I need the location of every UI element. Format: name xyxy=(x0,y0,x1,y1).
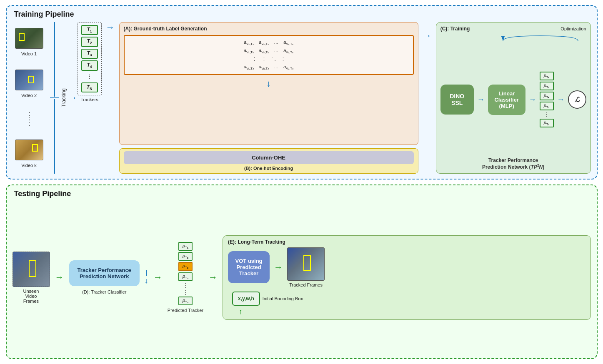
tracking-section: Tracking → T1 T2 T3 T4 ⋮ TN Trackers xyxy=(50,22,102,174)
pred-c-t4: pT₄ xyxy=(540,102,554,110)
matrix-box: aV₁,T₁ aV₂,T₁ … aVₖ,T₁ aV₁,T₂ aV₂,T₂ … a… xyxy=(124,35,414,75)
opt-arrow-svg xyxy=(495,34,586,42)
video-dots: ⋮⋮ xyxy=(25,111,33,126)
tppn-label-c: Tracker PerformancePrediction Network (T… xyxy=(440,157,586,170)
section-e: (E): Long-Term Tracking VOT usingPredict… xyxy=(223,235,590,320)
cell-22: ⋱ xyxy=(271,55,276,63)
optimization-label: Optimization xyxy=(560,26,586,31)
pred-c-tn: pTₙ xyxy=(540,119,554,127)
cell-13: aVₖ,T₂ xyxy=(283,47,293,55)
section-e-label: (E): Long-Term Tracking xyxy=(228,239,585,245)
unseen-bbox xyxy=(29,260,36,277)
tracker-t2: T2 xyxy=(81,37,98,47)
video1-thumb xyxy=(15,28,43,49)
section-e-content: VOT usingPredictedTracker → Tracked Fram… xyxy=(228,247,585,287)
pred-t-tn: pTₙ xyxy=(178,297,193,305)
arrow-pred-vot: → xyxy=(208,272,218,283)
cell-10: aV₁,T₂ xyxy=(244,47,254,55)
trackers-label: Trackers xyxy=(80,97,98,102)
opt-arrow-container xyxy=(440,34,586,42)
section-a: (A): Ground-truth Label Generation aV₁,T… xyxy=(119,22,418,145)
arrow-to-a: → xyxy=(106,22,115,174)
arrow-tppn-pred: → xyxy=(153,272,163,283)
tppn-classifier-section: Tracker PerformancePrediction Network (D… xyxy=(69,260,140,294)
video1-group: Video 1 xyxy=(15,28,43,56)
pred-c-t1: pT₁ xyxy=(540,72,554,80)
section-c-content: DINO SSL → Linear Classifier (MLP) → xyxy=(440,46,586,153)
pred-tracker-section: pT₁ pT₂ pT₃ pT₄ ⋮ ⋮ pTₙ Predicted Tracke… xyxy=(168,242,203,313)
pred-c-t3: pT₃ xyxy=(540,92,554,100)
pred-t-t4: pT₄ xyxy=(178,272,193,281)
arrow-pred-loss: → xyxy=(557,95,565,104)
dino-label: DINO xyxy=(448,93,466,100)
linear-label2: Classifier xyxy=(493,97,520,103)
tracking-arrow-group: Tracking → xyxy=(50,22,78,174)
pred-c-dots: ⋮ xyxy=(544,112,549,117)
tracked-bbox xyxy=(303,255,311,271)
arrow-dino-linear: → xyxy=(477,95,485,104)
trackers-box: T1 T2 T3 T4 ⋮ TN xyxy=(78,22,102,95)
linear-label3: (MLP) xyxy=(493,103,520,109)
cell-00: aV₁,T₁ xyxy=(244,38,254,47)
linear-box: Linear Classifier (MLP) xyxy=(488,85,525,115)
unseen-label: UnseenVideoFrames xyxy=(23,289,39,304)
section-b-label: (B): One-hot Encoding xyxy=(124,166,414,171)
videok-group: Video k xyxy=(15,140,43,168)
predictions-col-c: pT₁ pT₂ pT₃ pT₄ ⋮ pTₙ xyxy=(540,72,554,128)
initial-bbox-row: x,y,w,h Initial Bounding Box xyxy=(232,292,303,306)
videok-bbox xyxy=(32,144,38,152)
training-pipeline-title: Training Pipeline xyxy=(14,10,591,19)
cell-02: … xyxy=(274,38,278,47)
tppn-classifier-box: Tracker PerformancePrediction Network xyxy=(69,260,140,286)
pred-t-dots2: ⋮ xyxy=(183,289,188,295)
tracking-arrow-vert xyxy=(50,22,59,174)
matrix-row2: aV₁,T₂ aV₂,T₂ … aVₖ,T₂ xyxy=(129,47,409,55)
tracker-dots: ⋮ xyxy=(81,72,98,81)
tracking-arrow: → xyxy=(68,92,78,103)
pred-t-t2: pT₂ xyxy=(178,252,193,261)
loss-circle: ℒ xyxy=(568,90,586,109)
pred-c-t2: pT₂ xyxy=(540,82,554,90)
testing-pipeline-title: Testing Pipeline xyxy=(14,189,591,198)
cell-33: aVₖ,Tₙ xyxy=(283,63,293,71)
testing-pipeline: Testing Pipeline UnseenVideoFrames → Tra… xyxy=(6,184,598,359)
section-d-label: (D): Tracker Classifier xyxy=(82,289,126,294)
dino-box: DINO SSL xyxy=(440,85,474,115)
tracking-line-top xyxy=(54,22,55,97)
tracked-thumb xyxy=(287,247,325,281)
cell-01: aV₂,T₁ xyxy=(259,38,269,47)
videok-thumb xyxy=(15,140,43,160)
pred-t-t1: pT₁ xyxy=(178,242,193,251)
training-pipeline: Training Pipeline Video 1 Video 2 ⋮⋮ xyxy=(6,5,598,180)
linear-label1: Linear xyxy=(493,90,520,97)
conn-arrow-down: ↓ xyxy=(145,270,148,285)
video2-bbox xyxy=(28,76,34,83)
section-c-label: (C): Training xyxy=(440,26,470,32)
tracker-t3: T3 xyxy=(81,49,98,59)
column-ohe-box: Column-OHE xyxy=(124,151,414,164)
tracking-line-mid xyxy=(50,97,59,98)
cell-30: aV₁,Tₙ xyxy=(244,63,254,71)
video1-label: Video 1 xyxy=(21,51,37,56)
testing-content: UnseenVideoFrames → Tracker PerformanceP… xyxy=(13,202,591,353)
section-c-header: (C): Training Optimization xyxy=(440,26,586,32)
section-c: (C): Training Optimization xyxy=(436,22,591,174)
video1-bbox xyxy=(19,33,25,41)
tracked-frames-section: Tracked Frames xyxy=(287,247,325,287)
video2-group: Video 2 xyxy=(15,70,43,98)
tracker-tn: TN xyxy=(81,82,98,92)
video-inputs: Video 1 Video 2 ⋮⋮ Video k xyxy=(13,22,46,174)
tracked-label: Tracked Frames xyxy=(289,282,323,287)
section-ab: (A): Ground-truth Label Generation aV₁,T… xyxy=(119,22,418,174)
matrix-row4: aV₁,Tₙ aV₂,Tₙ … aVₖ,Tₙ xyxy=(129,63,409,71)
training-content: Video 1 Video 2 ⋮⋮ Video k xyxy=(13,22,591,174)
section-b: Column-OHE (B): One-hot Encoding xyxy=(119,148,418,174)
unseen-thumb xyxy=(13,252,50,287)
tracking-label: Tracking xyxy=(61,87,67,109)
matrix-row3: ⋮ ⋮ ⋱ ⋮ xyxy=(129,55,409,63)
initial-bbox-label: Initial Bounding Box xyxy=(263,296,303,301)
cell-12: … xyxy=(274,47,278,55)
tracker-t1: T1 xyxy=(81,25,98,35)
arrow-vot-tracked: → xyxy=(274,262,283,273)
pred-t-t3: pT₃ xyxy=(178,262,193,271)
